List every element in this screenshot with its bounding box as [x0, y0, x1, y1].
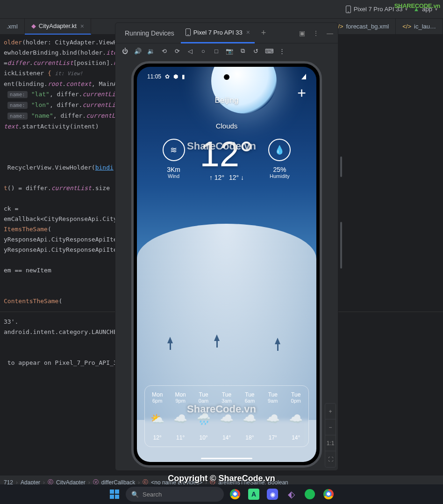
tab-ic-lau[interactable]: </> ic_lau…: [396, 19, 443, 35]
power-icon[interactable]: ⏻: [121, 48, 129, 55]
chrome-icon[interactable]: [228, 487, 243, 502]
running-devices-title: Running Devices: [120, 29, 179, 37]
zoom-in-button[interactable]: +: [325, 404, 336, 419]
taskbar-search[interactable]: 🔍 Search: [126, 487, 224, 502]
close-icon[interactable]: ×: [246, 28, 250, 36]
volume-down-icon[interactable]: 🔉: [147, 48, 155, 55]
forecast-item[interactable]: Tue0pm☁️14°: [285, 391, 307, 441]
record-icon[interactable]: ⧉: [239, 47, 246, 55]
wind-stat: ≋ 3Km Wind: [163, 139, 185, 179]
camera-hole: [224, 74, 229, 80]
zoom-reset-button[interactable]: 1:1: [325, 435, 336, 451]
forecast-item[interactable]: Tue6am☁️18°: [238, 391, 261, 441]
discord-icon[interactable]: ◉: [265, 487, 280, 502]
zoom-fit-button[interactable]: ⛶: [325, 451, 336, 467]
weather-condition: Clouds: [137, 122, 316, 130]
screenshot-icon[interactable]: 📷: [226, 48, 233, 55]
forecast-item[interactable]: Tue0am🌧️10°: [192, 391, 215, 441]
humidity-icon: 💧: [268, 139, 291, 161]
wind-icon: ≋: [163, 139, 185, 161]
add-device-button[interactable]: +: [257, 28, 271, 38]
back-icon[interactable]: ◁: [186, 48, 194, 55]
more-icon[interactable]: ⋮: [278, 48, 286, 55]
forecast-item[interactable]: Mon9pm☁️11°: [169, 391, 192, 441]
chrome-canary-icon[interactable]: [321, 487, 336, 502]
close-icon[interactable]: ×: [80, 22, 84, 30]
humidity-stat: 💧 25% Humidity: [268, 139, 291, 179]
ide-top-bar: Pixel 7 Pro API 33 ▾ ▲ app ▾: [0, 0, 443, 19]
forecast-item[interactable]: Tue9am☁️17°: [261, 391, 284, 441]
running-devices-panel: Running Devices Pixel 7 Pro API 33 × + ▣…: [115, 22, 338, 471]
extended-icon[interactable]: ⌨: [265, 48, 272, 55]
more-icon[interactable]: ⋮: [313, 29, 319, 37]
start-button[interactable]: [107, 487, 122, 502]
kotlin-icon: ◆: [31, 22, 36, 29]
forecast-item[interactable]: Mon6pm⛅12°: [146, 391, 169, 441]
volume-buttons: [340, 222, 342, 269]
forecast-item[interactable]: Tue3am☁️14°: [215, 391, 238, 441]
hi-lo-temps: ↑ 12° 12° ↓: [200, 174, 254, 181]
shield-icon: ⬢: [173, 73, 178, 80]
tab-xml[interactable]: .xml: [0, 19, 25, 35]
home-icon[interactable]: ○: [200, 48, 207, 55]
device-icon: [186, 28, 191, 36]
emulator-toolbar: ⏻ 🔊 🔉 ⟲ ⟳ ◁ ○ □ 📷 ⧉ ↺ ⌨ ⋮: [115, 43, 338, 58]
rotate-right-icon[interactable]: ⟳: [173, 48, 181, 55]
power-button: [340, 156, 342, 177]
search-icon: 🔍: [131, 491, 139, 498]
rotate-left-icon[interactable]: ⟲: [160, 48, 168, 55]
phone-screen[interactable]: 11:05 ✿ ⬢ ▮ + Beijing Clouds: [137, 67, 316, 462]
zoom-out-button[interactable]: −: [325, 419, 336, 435]
spotify-icon[interactable]: [302, 487, 317, 502]
signal-icon: [301, 74, 306, 79]
volume-up-icon[interactable]: 🔊: [134, 48, 142, 55]
emulator-device-tab[interactable]: Pixel 7 Pro API 33 ×: [181, 23, 255, 43]
zoom-controls: + − 1:1 ⛶: [325, 403, 336, 468]
snapshot-icon[interactable]: ↺: [252, 48, 259, 55]
status-time: 11:05: [147, 73, 161, 80]
tab-cityadapter[interactable]: ◆ CityAdapter.kt ×: [25, 19, 91, 35]
device-stage: 11:05 ✿ ⬢ ▮ + Beijing Clouds: [115, 58, 338, 470]
xml-icon: </>: [402, 23, 411, 30]
device-icon: [346, 6, 351, 13]
city-name: Beijing: [137, 96, 316, 105]
phone-frame: 11:05 ✿ ⬢ ▮ + Beijing Clouds: [131, 61, 322, 468]
windows-taskbar: 🔍 Search A ◉ ⬖: [0, 484, 443, 504]
sharecode-logo: SHARECODE.vn: [394, 2, 440, 9]
home-indicator[interactable]: [201, 458, 252, 459]
window-icon[interactable]: ▣: [299, 29, 305, 37]
minimize-icon[interactable]: —: [327, 29, 333, 37]
weather-main: Beijing Clouds ≋ 3Km Wind 12° ↑ 12° 1: [137, 96, 316, 181]
android-studio-icon[interactable]: A: [246, 487, 261, 502]
landscape: [137, 233, 316, 364]
gear-icon: ✿: [165, 73, 170, 80]
overview-icon[interactable]: □: [213, 48, 220, 55]
forecast-row[interactable]: Mon6pm⛅12°Mon9pm☁️11°Tue0am🌧️10°Tue3am☁️…: [144, 385, 309, 447]
visual-studio-icon[interactable]: ⬖: [284, 487, 299, 502]
temperature: 12°: [200, 136, 254, 172]
card-icon: ▮: [182, 73, 185, 80]
emulator-tabs: Running Devices Pixel 7 Pro API 33 × + ▣…: [115, 23, 338, 43]
